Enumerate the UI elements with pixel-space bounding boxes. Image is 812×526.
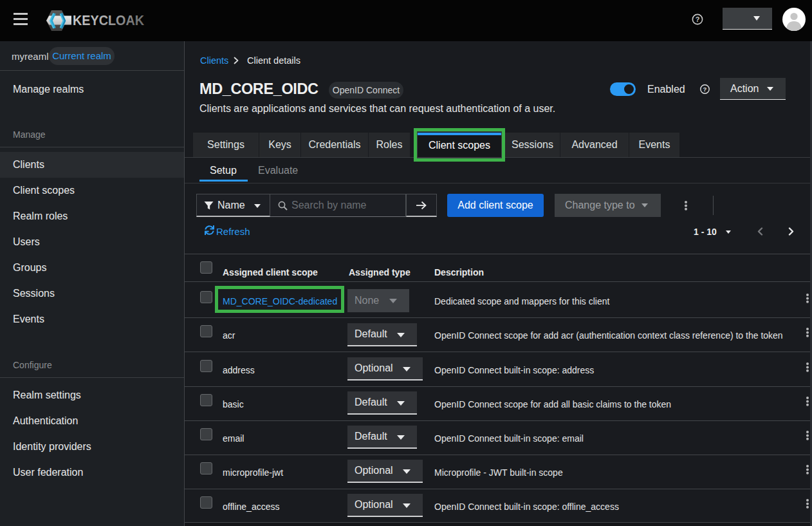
svg-text:?: ?: [703, 86, 707, 93]
svg-text:?: ?: [696, 15, 700, 23]
svg-text:KEYCLOAK: KEYCLOAK: [73, 12, 144, 28]
